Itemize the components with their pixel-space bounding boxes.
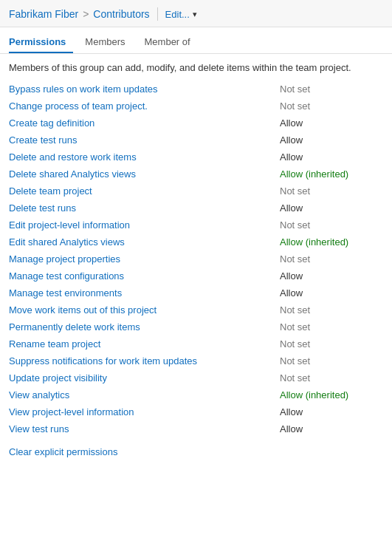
breadcrumb-separator: > bbox=[83, 8, 89, 20]
group-description: Members of this group can add, modify, a… bbox=[0, 54, 392, 81]
table-row: Create test runsAllow bbox=[9, 132, 383, 149]
page-header: Fabrikam Fiber > Contributors Edit... ▾ bbox=[0, 0, 392, 27]
permission-value: Not set bbox=[280, 304, 383, 316]
permission-name[interactable]: Create test runs bbox=[9, 134, 280, 146]
permission-value: Allow bbox=[280, 202, 383, 214]
table-row: View test runsAllow bbox=[9, 420, 383, 437]
permission-name[interactable]: Rename team project bbox=[9, 338, 280, 349]
permission-value: Allow bbox=[280, 151, 383, 163]
table-row: Bypass rules on work item updatesNot set bbox=[9, 81, 383, 98]
permission-name[interactable]: Delete team project bbox=[9, 185, 280, 197]
permission-value: Allow bbox=[280, 287, 383, 299]
table-row: Delete team projectNot set bbox=[9, 183, 383, 200]
permission-name[interactable]: Delete test runs bbox=[9, 202, 280, 214]
permission-value: Not set bbox=[280, 372, 383, 383]
table-row: View project-level informationAllow bbox=[9, 403, 383, 420]
table-row: Suppress notifications for work item upd… bbox=[9, 352, 383, 369]
table-row: Delete shared Analytics viewsAllow (inhe… bbox=[9, 166, 383, 183]
permission-name[interactable]: View test runs bbox=[9, 423, 280, 434]
tab-permissions[interactable]: Permissions bbox=[9, 30, 73, 53]
table-row: Move work items out of this projectNot s… bbox=[9, 301, 383, 318]
permission-value: Allow (inherited) bbox=[280, 389, 383, 400]
permission-name[interactable]: Suppress notifications for work item upd… bbox=[9, 355, 280, 366]
permission-name[interactable]: Edit shared Analytics views bbox=[9, 236, 280, 248]
permission-name[interactable]: Move work items out of this project bbox=[9, 304, 280, 316]
permission-value: Allow bbox=[280, 117, 383, 129]
table-row: Delete test runsAllow bbox=[9, 200, 383, 216]
table-row: Edit shared Analytics viewsAllow (inheri… bbox=[9, 233, 383, 250]
permission-name[interactable]: Update project visibility bbox=[9, 372, 280, 383]
table-row: Manage test environmentsAllow bbox=[9, 284, 383, 301]
permission-name[interactable]: Create tag definition bbox=[9, 117, 280, 129]
table-row: View analyticsAllow (inherited) bbox=[9, 386, 383, 403]
permission-name[interactable]: Manage test configurations bbox=[9, 270, 280, 282]
permission-name[interactable]: Delete shared Analytics views bbox=[9, 168, 280, 180]
table-row: Manage project propertiesNot set bbox=[9, 250, 383, 267]
permission-value: Allow bbox=[280, 270, 383, 282]
tab-member-of[interactable]: Member of bbox=[145, 30, 198, 53]
permission-value: Allow bbox=[280, 406, 383, 417]
permission-name[interactable]: Permanently delete work items bbox=[9, 321, 280, 333]
table-row: Permanently delete work itemsNot set bbox=[9, 318, 383, 335]
permission-value: Not set bbox=[280, 100, 383, 112]
project-title[interactable]: Fabrikam Fiber bbox=[9, 8, 78, 20]
permission-name[interactable]: Edit project-level information bbox=[9, 219, 280, 231]
permission-value: Allow bbox=[280, 134, 383, 146]
table-row: Create tag definitionAllow bbox=[9, 115, 383, 132]
header-divider bbox=[157, 7, 158, 21]
permission-name[interactable]: Manage project properties bbox=[9, 253, 280, 265]
permission-name[interactable]: View analytics bbox=[9, 389, 280, 400]
permission-value: Not set bbox=[280, 253, 383, 265]
table-row: Update project visibilityNot set bbox=[9, 369, 383, 386]
table-row: Delete and restore work itemsAllow bbox=[9, 149, 383, 166]
permission-value: Not set bbox=[280, 219, 383, 231]
table-row: Edit project-level informationNot set bbox=[9, 216, 383, 233]
permission-name[interactable]: Bypass rules on work item updates bbox=[9, 83, 280, 95]
tab-bar: Permissions Members Member of bbox=[0, 30, 392, 54]
permissions-table: Bypass rules on work item updatesNot set… bbox=[0, 81, 392, 437]
permission-value: Not set bbox=[280, 83, 383, 95]
permission-name[interactable]: Manage test environments bbox=[9, 287, 280, 299]
permission-name[interactable]: Change process of team project. bbox=[9, 100, 280, 112]
table-row: Rename team projectNot set bbox=[9, 335, 383, 352]
permission-name[interactable]: Delete and restore work items bbox=[9, 151, 280, 163]
tab-members[interactable]: Members bbox=[85, 30, 132, 53]
permission-value: Not set bbox=[280, 338, 383, 349]
permission-value: Allow bbox=[280, 423, 383, 434]
dropdown-icon[interactable]: ▾ bbox=[193, 10, 197, 19]
clear-link[interactable]: Clear explicit permissions bbox=[0, 437, 392, 466]
permission-value: Allow (inherited) bbox=[280, 236, 383, 248]
edit-button[interactable]: Edit... bbox=[165, 9, 190, 20]
table-row: Change process of team project.Not set bbox=[9, 98, 383, 115]
permission-value: Not set bbox=[280, 185, 383, 197]
permission-name[interactable]: View project-level information bbox=[9, 406, 280, 417]
table-row: Manage test configurationsAllow bbox=[9, 267, 383, 284]
permission-value: Not set bbox=[280, 355, 383, 366]
group-title[interactable]: Contributors bbox=[93, 8, 149, 20]
permission-value: Allow (inherited) bbox=[280, 168, 383, 180]
permission-value: Not set bbox=[280, 321, 383, 333]
